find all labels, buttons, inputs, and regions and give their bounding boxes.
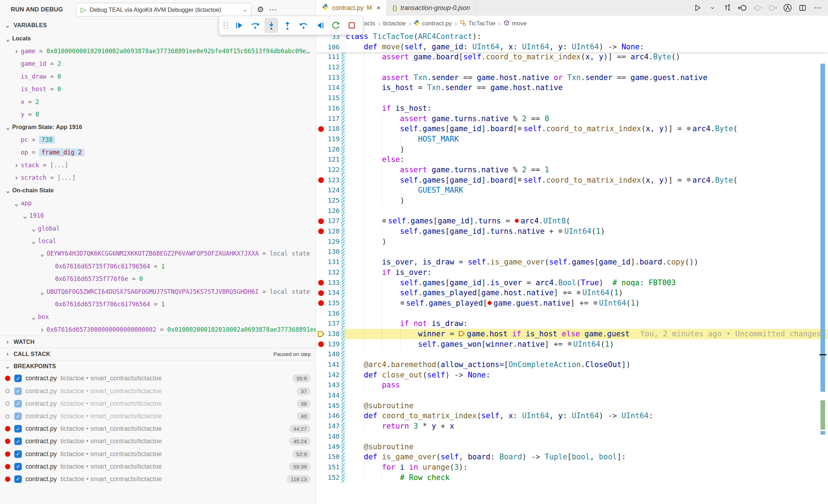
breakpoint-row[interactable]: ✓contract.pytictactoe • smart_contracts/…	[0, 423, 316, 435]
breadcrumb-item-move[interactable]: move	[503, 20, 527, 28]
breakpoint-checkbox[interactable]: ✓	[14, 412, 22, 420]
code-line[interactable]: 119HOST_MARK	[316, 134, 828, 144]
breakpoint-row[interactable]: ✓contract.pytictactoe • smart_contracts/…	[0, 410, 316, 423]
code-line[interactable]: 112	[316, 62, 828, 73]
inline-breakpoint-gray-icon[interactable]	[400, 301, 404, 305]
chevron-down-icon[interactable]: ⌄	[4, 35, 12, 43]
code-line[interactable]: 127self.games[game_id].turns = arc4.UInt…	[316, 216, 828, 226]
code-line[interactable]: 144	[316, 390, 828, 401]
chevron-right-icon[interactable]: ›	[12, 174, 21, 182]
variable-row[interactable]: is_draw = 0	[0, 70, 316, 83]
code-line[interactable]: 150def is_game_over(self, board: Board) …	[316, 452, 828, 462]
breakpoint-unverified-icon[interactable]	[4, 389, 11, 393]
code-line[interactable]: 134self.games_played[game.host.native] +…	[316, 288, 828, 298]
current-position-icon[interactable]	[752, 3, 763, 13]
chevron-down-icon[interactable]: ⌄	[21, 212, 29, 219]
code-line[interactable]: 114is_host = Txn.sender == game.host.nat…	[316, 83, 828, 93]
code-line[interactable]: 128self.games[game_id].turns.native + UI…	[316, 226, 828, 237]
play-icon[interactable]: ▷	[80, 6, 86, 13]
code-line[interactable]: 126	[316, 206, 828, 216]
variable-row[interactable]: ⌄OEYWY64H3D7QK6KCGG6NM2XKKOTZB6BEGZ2P6VA…	[0, 247, 316, 260]
breadcrumb-item-contract.py[interactable]: contract.py	[414, 20, 452, 28]
code-line[interactable]: 118self.games[game_id].board[self.coord_…	[316, 124, 828, 134]
breakpoint-dot[interactable]	[316, 298, 326, 308]
chevron-right-icon[interactable]: ›	[12, 161, 21, 169]
breakpoint-checkbox[interactable]: ✓	[14, 475, 22, 483]
breakpoints-section-header[interactable]: ⌄ BREAKPOINTS	[0, 360, 316, 372]
variable-row[interactable]: 0x67616d65735f706c61796564 = 1	[0, 260, 316, 272]
variable-row[interactable]: ⌄local	[0, 234, 316, 247]
code-line[interactable]: 135self.games_played[game.guest.native] …	[316, 298, 828, 308]
breakpoint-row[interactable]: ✓contract.pytictactoe • smart_contracts/…	[0, 473, 316, 485]
code-line[interactable]: 138winner = game.host if is_host else ga…	[316, 329, 828, 339]
breakpoint-unverified-icon[interactable]	[4, 401, 11, 406]
watch-section-header[interactable]: › WATCH	[0, 336, 316, 348]
code-line[interactable]: 124GUEST_MARK	[316, 185, 828, 196]
gear-icon[interactable]: ⚙	[257, 5, 264, 14]
inline-breakpoint-gray-icon[interactable]	[382, 219, 386, 223]
code-line[interactable]: 123self.games[game_id].board[self.coord_…	[316, 175, 828, 186]
breakpoint-dot[interactable]	[316, 226, 326, 237]
breakpoint-row[interactable]: ✓contract.pytictactoe • smart_contracts/…	[0, 435, 316, 448]
chevron-down-icon[interactable]: ⌄	[29, 224, 38, 232]
chevron-down-icon[interactable]: ⌄	[29, 237, 38, 245]
code-line[interactable]: 139self.games_won[winner.native] += UInt…	[316, 339, 828, 350]
chevron-right-icon[interactable]: ›	[12, 47, 21, 55]
code-line[interactable]: 131is_over, is_draw = self.is_game_over(…	[316, 257, 828, 267]
breakpoint-checkbox[interactable]: ✓	[14, 387, 22, 395]
breakpoint-dot[interactable]	[316, 278, 326, 288]
variable-row[interactable]: ⌄box	[0, 311, 316, 323]
chevron-down-icon[interactable]: ⌄	[12, 199, 21, 207]
code-line[interactable]: 152# Row check	[316, 473, 828, 483]
breakpoint-row[interactable]: ✓contract.pytictactoe • smart_contracts/…	[0, 448, 316, 460]
variable-row[interactable]: x = 2	[0, 95, 316, 108]
code-line[interactable]: 113assert Txn.sender == game.host.native…	[316, 73, 828, 83]
step-back-button[interactable]	[297, 18, 310, 33]
code-line[interactable]: 121else:	[316, 154, 828, 165]
tab-contract.py[interactable]: contract.pyM×	[316, 0, 386, 16]
inline-breakpoint-gray-icon[interactable]	[593, 301, 597, 305]
continue-button[interactable]	[232, 18, 246, 33]
navigate-back-icon[interactable]	[737, 3, 748, 13]
inline-breakpoint-red-icon[interactable]	[515, 219, 519, 223]
code-line[interactable]: 106def move(self, game_id: UInt64, x: UI…	[316, 42, 828, 52]
reverse-continue-button[interactable]	[313, 18, 326, 33]
stop-button[interactable]	[345, 18, 359, 33]
swap-icon[interactable]	[722, 3, 733, 13]
code-line[interactable]: 129)	[316, 237, 828, 247]
code-line[interactable]: 122assert game.turns.native % 2 == 1	[316, 165, 828, 175]
breakpoint-icon[interactable]	[4, 451, 11, 457]
breakpoint-row[interactable]: ✓contract.pytictactoe • smart_contracts/…	[0, 385, 316, 397]
variable-row[interactable]: 0x67616d65735f706c61796564 = 1	[0, 298, 316, 310]
variable-row[interactable]: ⌄1916	[0, 209, 316, 222]
breakpoint-icon[interactable]	[4, 439, 11, 444]
chevron-down-icon[interactable]: ⌄	[4, 186, 12, 194]
code-line[interactable]: 151for i in urange(3):	[316, 462, 828, 473]
debug-config-dropdown[interactable]: ▷ Debug TEAL via AlgoKit AVM Debugger (t…	[76, 3, 252, 16]
inline-breakpoint-gray-icon[interactable]	[558, 229, 562, 233]
code-line[interactable]: 149@subroutine	[316, 442, 828, 452]
code-line[interactable]: 115	[316, 93, 828, 103]
breakpoint-row[interactable]: ✓contract.pytictactoe • smart_contracts/…	[0, 372, 316, 385]
navigate-forward-icon[interactable]	[767, 3, 778, 13]
code-editor[interactable]: 109assert not game.is_over.native110111a…	[316, 31, 828, 504]
inline-breakpoint-gray-icon[interactable]	[518, 178, 522, 182]
breakpoint-dot[interactable]	[316, 339, 326, 350]
variable-row[interactable]: ›scratch = [...]	[0, 171, 316, 184]
code-line[interactable]: 136	[316, 308, 828, 319]
breakpoint-dot[interactable]	[316, 288, 326, 298]
code-line[interactable]: 141@arc4.baremethod(allow_actions=[OnCom…	[316, 360, 828, 370]
chevron-down-icon[interactable]: ⌄	[4, 123, 12, 131]
breakpoint-icon[interactable]	[4, 426, 11, 431]
code-line[interactable]: 140	[316, 349, 828, 360]
code-line[interactable]: 133self.games[game_id].is_over = arc4.Bo…	[316, 278, 828, 288]
variable-row[interactable]: ›stack = [...]	[0, 159, 316, 171]
breakpoint-checkbox[interactable]: ✓	[14, 463, 22, 470]
tab-transaction-group-0.json[interactable]: {}transaction-group-0.json	[386, 0, 476, 16]
variable-row[interactable]: ⌄global	[0, 222, 316, 234]
breakpoint-checkbox[interactable]: ✓	[14, 450, 22, 458]
breakpoint-unverified-icon[interactable]	[4, 414, 11, 419]
variable-row[interactable]: 0x67616d65735f776f6e = 0	[0, 272, 316, 285]
variable-row[interactable]: pc = 738	[0, 133, 316, 146]
breadcrumb[interactable]: e›smart_contracts›tictactoe›contract.py›…	[316, 16, 828, 31]
